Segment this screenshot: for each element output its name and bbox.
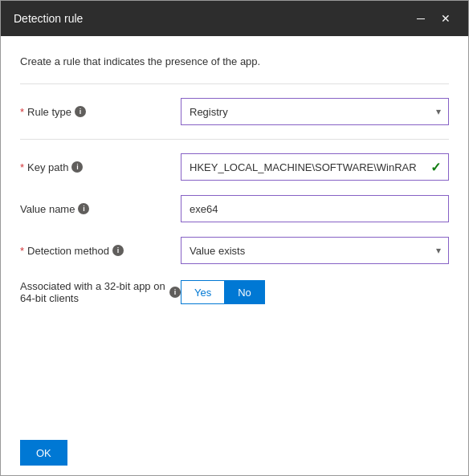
required-star-key-path: * — [20, 161, 24, 173]
dialog-titlebar: Detection rule ─ ✕ — [1, 1, 468, 36]
associated-label: Associated with a 32-bit app on 64-bit c… — [20, 280, 181, 304]
required-star-rule-type: * — [20, 106, 24, 118]
value-name-label: Value name i — [20, 203, 181, 215]
value-name-label-text: Value name — [20, 203, 75, 215]
associated-label-text: Associated with a 32-bit app on 64-bit c… — [20, 280, 166, 304]
rule-type-control: Registry MSI File Script ▾ — [181, 98, 449, 125]
divider — [20, 83, 449, 84]
detection-method-info-icon: i — [112, 245, 124, 256]
rule-type-label: * Rule type i — [20, 106, 181, 118]
key-path-info-icon: i — [71, 161, 83, 173]
close-icon: ✕ — [441, 12, 451, 25]
ok-button[interactable]: OK — [20, 440, 67, 466]
value-name-control — [181, 195, 449, 222]
associated-yes-button[interactable]: Yes — [181, 280, 224, 304]
minimize-button[interactable]: ─ — [412, 11, 430, 26]
rule-type-select[interactable]: Registry MSI File Script — [181, 98, 449, 125]
dialog-footer: OK — [1, 430, 468, 475]
rule-type-select-wrapper: Registry MSI File Script ▾ — [181, 98, 449, 125]
associated-toggle-group: Yes No — [181, 280, 449, 304]
dialog-title: Detection rule — [14, 12, 83, 25]
rule-type-info-icon: i — [75, 106, 86, 117]
value-name-input[interactable] — [181, 195, 449, 222]
key-path-input[interactable] — [181, 153, 449, 181]
detection-method-label: * Detection method i — [20, 245, 181, 257]
detection-method-control: Value exists Does not exist String compa… — [181, 237, 449, 264]
rule-type-label-text: Rule type — [27, 106, 71, 118]
description-text: Create a rule that indicates the presenc… — [20, 55, 449, 67]
key-path-row: * Key path i ✓ — [20, 153, 449, 181]
required-star-detection-method: * — [20, 245, 24, 257]
detection-method-select-wrapper: Value exists Does not exist String compa… — [181, 237, 449, 264]
detection-method-select[interactable]: Value exists Does not exist String compa… — [181, 237, 449, 264]
close-button[interactable]: ✕ — [436, 11, 455, 26]
detection-method-label-text: Detection method — [27, 245, 109, 257]
associated-row: Associated with a 32-bit app on 64-bit c… — [20, 278, 449, 307]
titlebar-controls: ─ ✕ — [412, 11, 455, 26]
minimize-icon: ─ — [417, 12, 425, 25]
associated-info-icon: i — [169, 287, 181, 298]
key-path-label: * Key path i — [20, 161, 181, 173]
key-path-input-wrapper: ✓ — [181, 153, 449, 181]
detection-rule-dialog: Detection rule ─ ✕ Create a rule that in… — [0, 0, 469, 476]
dialog-body: Create a rule that indicates the presenc… — [1, 36, 468, 430]
key-path-label-text: Key path — [27, 161, 68, 173]
associated-control: Yes No — [181, 280, 449, 304]
associated-no-button[interactable]: No — [224, 280, 265, 304]
value-name-row: Value name i — [20, 194, 449, 223]
key-path-control: ✓ — [181, 153, 449, 181]
detection-method-row: * Detection method i Value exists Does n… — [20, 236, 449, 265]
spacer — [20, 319, 449, 417]
key-path-check-icon: ✓ — [430, 160, 441, 175]
rule-type-row: * Rule type i Registry MSI File Script ▾ — [20, 97, 449, 126]
divider-2 — [20, 139, 449, 140]
value-name-info-icon: i — [78, 203, 89, 214]
